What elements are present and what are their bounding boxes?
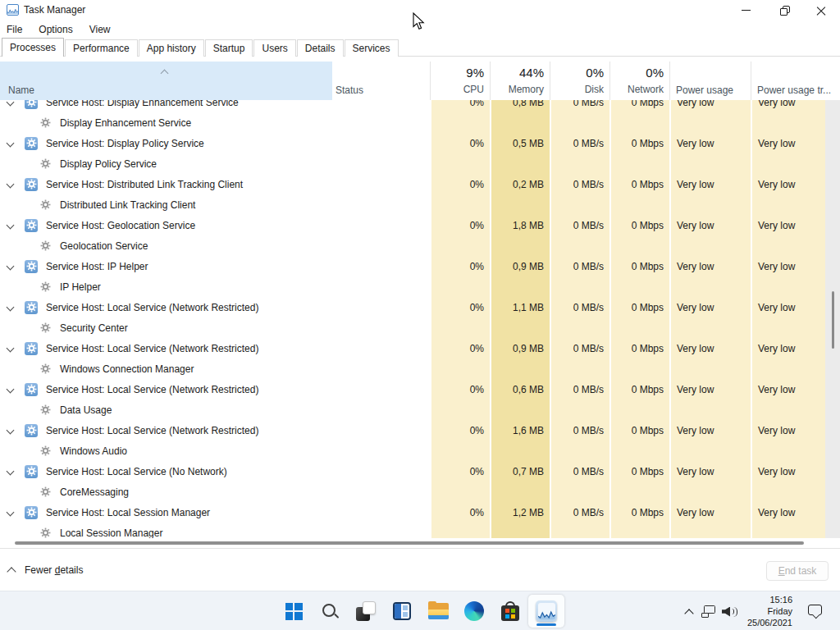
table-row[interactable]: Local Session Manager: [0, 523, 825, 538]
column-header-memory[interactable]: 44% Memory: [490, 62, 550, 100]
process-name: Service Host: Local Service (Network Res…: [46, 384, 258, 395]
file-explorer-button[interactable]: [420, 595, 456, 628]
menu-file[interactable]: File: [7, 22, 30, 37]
table-row[interactable]: Windows Connection Manager: [0, 358, 825, 379]
expand-chevron-icon[interactable]: [7, 468, 16, 476]
tab-processes[interactable]: Processes: [2, 38, 64, 57]
column-header-name[interactable]: Name: [0, 62, 332, 100]
cell-power-usage: Very low: [669, 215, 751, 235]
expand-chevron-icon[interactable]: [7, 345, 16, 353]
minimize-button[interactable]: [727, 0, 765, 21]
expand-chevron-icon[interactable]: [7, 386, 16, 394]
notifications-icon[interactable]: [808, 605, 822, 619]
table-row[interactable]: Geolocation Service: [0, 235, 825, 256]
close-button[interactable]: [802, 0, 840, 21]
store-button[interactable]: [492, 595, 528, 628]
horizontal-scrollbar-thumb[interactable]: [15, 541, 804, 545]
fewer-details-toggle[interactable]: Fewer details: [7, 564, 83, 576]
table-row[interactable]: Windows Audio: [0, 441, 825, 461]
column-header-power-usage[interactable]: Power usage: [669, 62, 751, 100]
horizontal-scrollbar[interactable]: [0, 538, 840, 548]
service-gear-icon: [25, 301, 38, 314]
tab-users[interactable]: Users: [253, 39, 295, 57]
table-row[interactable]: Service Host: Local Service (Network Res…: [0, 297, 825, 317]
expand-chevron-icon[interactable]: [7, 406, 16, 414]
table-row[interactable]: Service Host: Local Service (No Network)…: [0, 461, 825, 482]
menu-view[interactable]: View: [81, 22, 119, 37]
expand-chevron-icon[interactable]: [7, 160, 16, 168]
table-row[interactable]: Service Host: Local Session Manager 0% 1…: [0, 502, 825, 523]
column-header-cpu[interactable]: 9% CPU: [430, 62, 490, 100]
cell-cpu: [430, 194, 490, 215]
network-icon[interactable]: [701, 605, 717, 618]
tab-app-history[interactable]: App history: [139, 39, 204, 57]
task-view-button[interactable]: [348, 595, 384, 628]
menu-options[interactable]: Options: [30, 22, 80, 37]
expand-chevron-icon[interactable]: [7, 304, 16, 312]
tab-services[interactable]: Services: [345, 39, 399, 57]
table-row[interactable]: Service Host: Geolocation Service 0% 1,8…: [0, 215, 825, 235]
start-button[interactable]: [276, 595, 312, 628]
table-row[interactable]: Display Policy Service: [0, 153, 825, 174]
expand-chevron-icon[interactable]: [7, 365, 16, 373]
cell-status: [332, 482, 430, 502]
cell-memory: [490, 153, 550, 174]
table-row[interactable]: Service Host: Local Service (Network Res…: [0, 379, 825, 399]
expand-chevron-icon[interactable]: [7, 100, 16, 107]
widgets-button[interactable]: [384, 595, 420, 628]
expand-chevron-icon[interactable]: [7, 283, 16, 291]
service-gear-icon: [25, 424, 38, 437]
vertical-scrollbar-thumb[interactable]: [832, 291, 834, 349]
tab-performance[interactable]: Performance: [65, 39, 138, 57]
cell-name: Display Enhancement Service: [0, 112, 332, 133]
column-header-network[interactable]: 0% Network: [609, 62, 669, 100]
table-row[interactable]: Display Enhancement Service: [0, 112, 825, 133]
table-row[interactable]: Data Usage: [0, 399, 825, 420]
column-header-status[interactable]: Status: [332, 62, 430, 100]
expand-chevron-icon[interactable]: [7, 509, 16, 517]
expand-chevron-icon[interactable]: [7, 221, 16, 230]
column-header-power-usage-trend[interactable]: Power usage tr...: [751, 62, 840, 100]
table-row[interactable]: Distributed Link Tracking Client: [0, 194, 825, 215]
table-row[interactable]: Service Host: Local Service (Network Res…: [0, 420, 825, 441]
expand-chevron-icon[interactable]: [7, 427, 16, 435]
cell-memory: [490, 235, 550, 256]
cell-disk: [550, 399, 609, 420]
edge-button[interactable]: [456, 595, 492, 628]
tab-details[interactable]: Details: [297, 39, 344, 57]
expand-chevron-icon[interactable]: [7, 529, 16, 537]
expand-chevron-icon[interactable]: [7, 447, 16, 455]
vertical-scrollbar[interactable]: [825, 100, 840, 538]
cell-status: [332, 358, 430, 379]
expand-chevron-icon[interactable]: [7, 488, 16, 496]
table-row[interactable]: Service Host: IP Helper 0% 0,9 MB 0 MB/s…: [0, 256, 825, 276]
cell-power-usage: Very low: [669, 256, 751, 276]
expand-chevron-icon[interactable]: [7, 139, 16, 148]
cell-power-trend: Very low: [751, 461, 825, 482]
table-row[interactable]: Service Host: Display Policy Service 0% …: [0, 133, 825, 153]
taskbar-search-button[interactable]: [312, 595, 348, 628]
expand-chevron-icon[interactable]: [7, 119, 16, 127]
expand-chevron-icon[interactable]: [7, 262, 16, 271]
task-manager-taskbar-button[interactable]: [528, 595, 564, 628]
column-header-disk[interactable]: 0% Disk: [550, 62, 609, 100]
process-name: IP Helper: [60, 281, 101, 293]
cell-power-trend: [751, 358, 825, 379]
restore-button[interactable]: [765, 0, 802, 21]
cell-memory: [490, 112, 550, 133]
table-row[interactable]: CoreMessaging: [0, 482, 825, 502]
table-row[interactable]: IP Helper: [0, 276, 825, 297]
tray-chevron-up-icon[interactable]: [684, 608, 694, 616]
cell-power-usage: Very low: [669, 502, 751, 523]
table-row[interactable]: Service Host: Local Service (Network Res…: [0, 338, 825, 358]
expand-chevron-icon[interactable]: [7, 324, 16, 332]
table-row[interactable]: Service Host: Distributed Link Tracking …: [0, 174, 825, 194]
expand-chevron-icon[interactable]: [7, 180, 16, 189]
table-row[interactable]: Security Center: [0, 317, 825, 338]
expand-chevron-icon[interactable]: [7, 242, 16, 250]
taskbar-clock[interactable]: 15:16 Friday 25/06/2021: [733, 594, 792, 628]
tab-startup[interactable]: Startup: [205, 39, 253, 57]
end-task-button[interactable]: End task: [766, 561, 829, 581]
table-row[interactable]: Service Host: Display Enhancement Servic…: [0, 100, 825, 112]
expand-chevron-icon[interactable]: [7, 201, 16, 209]
